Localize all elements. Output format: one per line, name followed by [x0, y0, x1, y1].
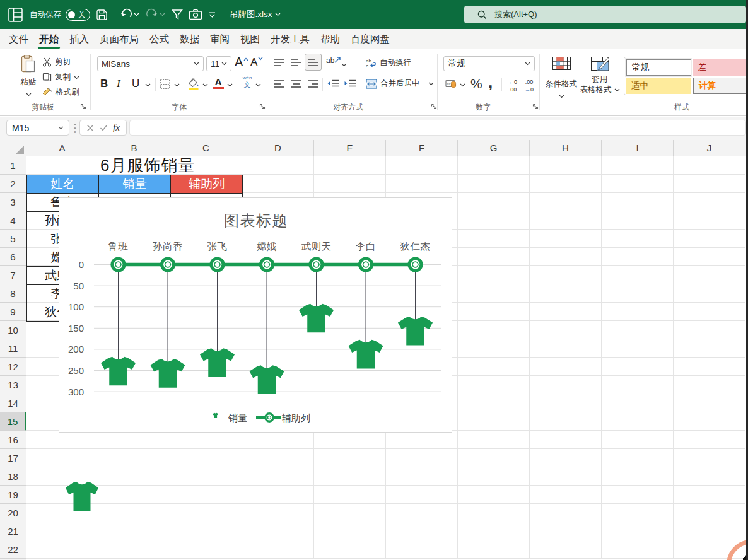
font-name-select[interactable]: MiSans: [97, 56, 204, 71]
table-header-辅助列[interactable]: 辅助列: [171, 175, 243, 194]
column-header-D[interactable]: D: [242, 140, 314, 156]
row-header-19[interactable]: 19: [0, 486, 26, 504]
align-bottom-button[interactable]: [305, 54, 322, 71]
accounting-format-button[interactable]: cc: [445, 79, 457, 90]
decrease-indent-button[interactable]: [327, 79, 339, 88]
chart[interactable]: 图表标题 050100150200250300鲁班孙尚香张飞嫦娥武则天李白狄仁杰…: [59, 197, 452, 433]
menu-tab-百度网盘[interactable]: 百度网盘: [351, 29, 390, 49]
menu-tab-审阅[interactable]: 审阅: [210, 29, 230, 49]
number-dialog-launcher[interactable]: [532, 103, 539, 110]
align-middle-button[interactable]: [291, 58, 302, 67]
row-header-22[interactable]: 22: [0, 540, 26, 559]
table-header-姓名[interactable]: 姓名: [27, 175, 99, 194]
clipboard-dialog-launcher[interactable]: [79, 103, 87, 110]
row-header-13[interactable]: 13: [0, 376, 26, 394]
row-header-18[interactable]: 18: [0, 467, 26, 486]
row-header-16[interactable]: 16: [0, 431, 26, 449]
row-header-7[interactable]: 7: [0, 266, 26, 284]
comma-style-button[interactable]: ,: [488, 73, 493, 92]
table-header-销量[interactable]: 销量: [99, 175, 171, 194]
menu-tab-文件[interactable]: 文件: [9, 29, 28, 49]
fill-color-button[interactable]: [187, 78, 200, 90]
cell-style-chip-差[interactable]: 差: [693, 59, 748, 76]
row-header-20[interactable]: 20: [0, 504, 26, 522]
underline-button[interactable]: U: [132, 78, 139, 90]
wrap-text-button[interactable]: abc 自动换行: [366, 57, 411, 68]
row-header-1[interactable]: 1: [0, 156, 26, 175]
menu-tab-数据[interactable]: 数据: [180, 29, 199, 49]
menu-tab-插入[interactable]: 插入: [69, 29, 89, 49]
copy-button[interactable]: 复制: [42, 72, 79, 83]
cell-style-chip-计算[interactable]: 计算: [693, 78, 748, 94]
menu-tab-视图[interactable]: 视图: [240, 29, 260, 49]
row-header-17[interactable]: 17: [0, 449, 26, 467]
menu-tab-页面布局[interactable]: 页面布局: [100, 29, 139, 49]
column-header-I[interactable]: I: [602, 140, 674, 156]
row-header-21[interactable]: 21: [0, 522, 26, 540]
font-color-button[interactable]: A: [213, 77, 224, 90]
column-header-C[interactable]: C: [170, 140, 242, 156]
autosave-toggle[interactable]: 关: [66, 0, 90, 29]
undo-dropdown-chevron[interactable]: [134, 0, 139, 29]
row-header-8[interactable]: 8: [0, 284, 26, 303]
row-header-14[interactable]: 14: [0, 394, 26, 412]
row-header-2[interactable]: 2: [0, 175, 26, 193]
column-header-E[interactable]: E: [314, 140, 386, 156]
select-all-corner[interactable]: [0, 140, 26, 156]
align-right-button[interactable]: [308, 79, 319, 88]
align-top-button[interactable]: [274, 58, 285, 67]
formula-input[interactable]: [129, 120, 746, 136]
menu-tab-公式[interactable]: 公式: [149, 29, 169, 49]
decrease-decimal-button[interactable]: .00→0: [522, 78, 536, 93]
menu-tab-开发工具[interactable]: 开发工具: [271, 29, 310, 49]
insert-function-icon[interactable]: fx: [113, 122, 120, 133]
format-as-table-button[interactable]: 套用 表格格式: [580, 57, 620, 95]
row-header-11[interactable]: 11: [0, 339, 26, 358]
menu-tab-帮助[interactable]: 帮助: [320, 29, 340, 49]
undo-icon[interactable]: [120, 0, 132, 29]
number-format-select[interactable]: 常规: [443, 56, 535, 71]
column-header-F[interactable]: F: [386, 140, 458, 156]
search-box[interactable]: 搜索(Alt+Q): [464, 6, 746, 23]
increase-font-button[interactable]: A: [235, 55, 248, 69]
bold-button[interactable]: B: [100, 78, 108, 90]
percent-style-button[interactable]: %: [470, 76, 482, 91]
column-header-G[interactable]: G: [458, 140, 530, 156]
conditional-formatting-button[interactable]: 条件格式: [545, 57, 578, 101]
row-header-4[interactable]: 4: [0, 211, 26, 230]
floating-tshirt-shape[interactable]: [65, 480, 99, 513]
font-size-select[interactable]: 11: [206, 56, 231, 71]
cell-style-chip-常规[interactable]: 常规: [626, 59, 691, 76]
excel-app-icon[interactable]: [8, 0, 23, 29]
borders-chevron[interactable]: [174, 83, 180, 87]
increase-decimal-button[interactable]: ←0.00: [506, 78, 520, 93]
align-left-button[interactable]: [274, 79, 285, 88]
cut-button[interactable]: 剪切: [42, 57, 71, 67]
borders-button[interactable]: [160, 79, 170, 90]
filter-icon[interactable]: [171, 0, 184, 29]
align-center-button[interactable]: [291, 79, 302, 88]
row-header-3[interactable]: 3: [0, 193, 26, 211]
column-header-H[interactable]: H: [530, 140, 602, 156]
merge-center-button[interactable]: 合并后居中: [366, 78, 434, 89]
row-header-9[interactable]: 9: [0, 303, 26, 321]
fill-color-chevron[interactable]: [202, 83, 208, 87]
accounting-chevron[interactable]: [460, 83, 465, 87]
row-header-6[interactable]: 6: [0, 248, 26, 266]
paste-button[interactable]: 粘贴: [16, 55, 41, 99]
save-icon[interactable]: [96, 0, 108, 29]
cell-style-chip-适中[interactable]: 适中: [626, 78, 691, 94]
customize-toolbar-chevron[interactable]: [209, 0, 216, 29]
sheet-title-cell[interactable]: 6月服饰销量: [100, 156, 195, 175]
column-header-B[interactable]: B: [98, 140, 170, 156]
file-name-chevron[interactable]: [275, 0, 281, 29]
orientation-chevron[interactable]: [341, 63, 347, 67]
row-header-10[interactable]: 10: [0, 321, 26, 339]
column-header-J[interactable]: J: [674, 140, 745, 156]
row-header-15[interactable]: 15: [0, 412, 26, 431]
font-color-chevron[interactable]: [227, 83, 233, 87]
row-header-5[interactable]: 5: [0, 230, 26, 248]
file-name[interactable]: 吊牌图.xlsx: [230, 0, 272, 29]
phonetic-chevron[interactable]: [255, 83, 261, 87]
name-box[interactable]: M15: [6, 120, 69, 136]
